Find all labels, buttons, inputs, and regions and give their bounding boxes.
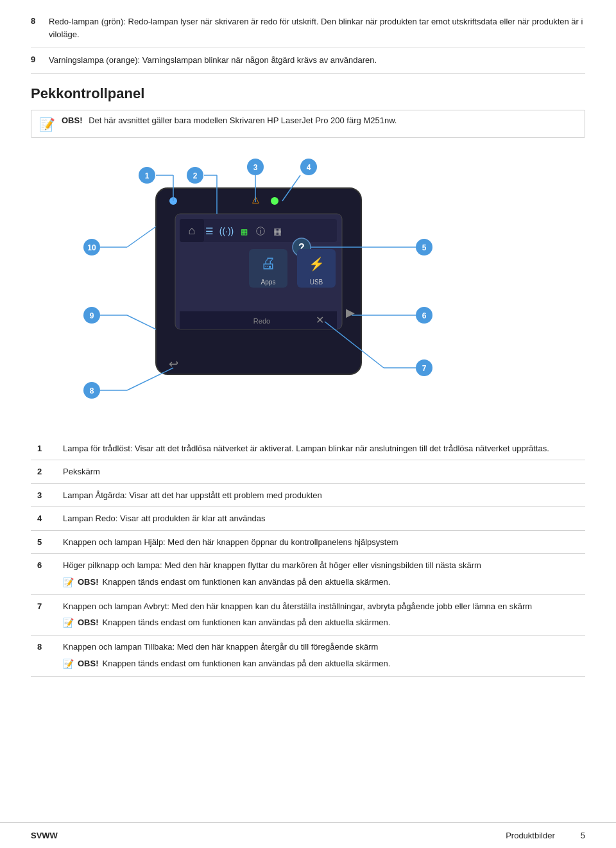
svg-rect-2 — [180, 219, 337, 242]
section-heading: Pekkontrollpanel — [31, 85, 585, 102]
description-table: 1Lampa för trådlöst: Visar att det trådl… — [31, 437, 585, 677]
svg-point-52 — [83, 382, 100, 399]
top-item-8-num: 8 — [31, 16, 49, 26]
svg-text:⌂: ⌂ — [189, 224, 196, 237]
row-desc: Pekskärm — [56, 460, 585, 484]
svg-text:Apps: Apps — [261, 279, 276, 286]
svg-text:✕: ✕ — [316, 315, 324, 325]
svg-rect-0 — [156, 188, 361, 374]
svg-text:9: 9 — [90, 311, 94, 320]
obs-label: OBS! — [62, 116, 83, 125]
diagram-svg: ⌂ ☰ ((·)) ▦ ⓘ ▦ ? 🖨 Apps ⚡ USB Redo ✕ △ — [31, 150, 585, 426]
obs-inline-text: Knappen tänds endast om funktionen kan a… — [103, 657, 391, 670]
obs-inline: 📝OBS!Knappen tänds endast om funktionen … — [63, 616, 579, 630]
svg-point-60 — [83, 239, 100, 255]
diagram-section: ⌂ ☰ ((·)) ▦ ⓘ ▦ ? 🖨 Apps ⚡ USB Redo ✕ △ — [31, 150, 585, 426]
top-item-9-desc: Varningslampa (orange): Varningslampan b… — [49, 54, 377, 67]
top-items: 8 Redo-lampan (grön): Redo-lampan lyser … — [31, 15, 585, 74]
obs-notice: 📝 OBS! Det här avsnittet gäller bara mod… — [31, 110, 585, 138]
row-desc: Knappen och lampan Tillbaka: Med den här… — [56, 636, 585, 677]
svg-text:Redo: Redo — [253, 317, 270, 325]
svg-text:△: △ — [252, 194, 259, 204]
svg-point-38 — [300, 159, 317, 175]
svg-rect-3 — [180, 219, 204, 242]
obs-inline-text: Knappen tänds endast om funktionen kan a… — [103, 616, 391, 629]
svg-text:6: 6 — [422, 311, 427, 320]
svg-point-35 — [247, 159, 264, 175]
page-footer: SVWW Produktbilder 5 — [0, 822, 616, 848]
obs-text: Det här avsnittet gäller bara modellen S… — [89, 116, 397, 125]
row-desc: Knappen och lampan Hjälp: Med den här kn… — [56, 530, 585, 554]
svg-text:▦: ▦ — [241, 227, 248, 236]
table-row: 3Lampan Åtgärda: Visar att det har uppst… — [31, 483, 585, 507]
top-item-9-num: 9 — [31, 55, 49, 64]
obs-inline-text: Knappen tänds endast om funktionen kan a… — [103, 576, 391, 589]
row-desc: Lampan Åtgärda: Visar att det har uppstå… — [56, 483, 585, 507]
top-item-9: 9 Varningslampa (orange): Varningslampan… — [31, 54, 585, 74]
svg-text:USB: USB — [310, 279, 323, 286]
row-num: 1 — [31, 437, 56, 460]
svg-line-37 — [282, 175, 300, 201]
svg-line-54 — [127, 315, 156, 329]
top-item-8-desc: Redo-lampan (grön): Redo-lampan lyser nä… — [49, 15, 585, 40]
row-desc: Knappen och lampan Avbryt: Med den här k… — [56, 594, 585, 636]
table-row: 5Knappen och lampan Hjälp: Med den här k… — [31, 530, 585, 554]
row-num: 3 — [31, 483, 56, 507]
svg-text:?: ? — [298, 242, 305, 253]
obs-inline-icon: 📝 — [63, 616, 74, 630]
svg-text:⚡: ⚡ — [309, 256, 325, 272]
svg-text:7: 7 — [422, 364, 427, 373]
obs-inline-icon: 📝 — [63, 576, 74, 589]
svg-point-32 — [187, 167, 203, 184]
table-row: 2Pekskärm — [31, 460, 585, 484]
obs-icon: 📝 — [39, 117, 55, 132]
row-num: 8 — [31, 636, 56, 677]
footer-center: Produktbilder — [506, 831, 555, 840]
obs-inline-icon: 📝 — [63, 657, 74, 671]
svg-point-23 — [271, 197, 278, 205]
svg-rect-18 — [180, 311, 337, 329]
row-num: 2 — [31, 460, 56, 484]
row-num: 4 — [31, 507, 56, 531]
svg-line-46 — [325, 322, 384, 368]
row-desc: Höger pilknapp och lampa: Med den här kn… — [56, 554, 585, 595]
svg-rect-15 — [297, 249, 336, 288]
svg-text:▶: ▶ — [346, 306, 355, 319]
obs-inline: 📝OBS!Knappen tänds endast om funktionen … — [63, 576, 579, 589]
svg-text:8: 8 — [90, 386, 94, 395]
svg-point-21 — [169, 197, 177, 205]
svg-rect-12 — [249, 249, 287, 288]
obs-inline: 📝OBS!Knappen tänds endast om funktionen … — [63, 657, 579, 671]
top-item-8: 8 Redo-lampan (grön): Redo-lampan lyser … — [31, 15, 585, 48]
svg-text:▦: ▦ — [273, 226, 282, 236]
row-num: 5 — [31, 530, 56, 554]
obs-inline-label: OBS! — [78, 657, 99, 670]
svg-point-56 — [83, 307, 100, 324]
svg-text:4: 4 — [307, 163, 311, 172]
svg-rect-1 — [175, 214, 342, 329]
page-container: 8 Redo-lampan (grön): Redo-lampan lyser … — [0, 0, 616, 848]
svg-text:↩: ↩ — [169, 358, 178, 370]
svg-point-28 — [139, 167, 155, 184]
footer-left: SVWW — [31, 831, 58, 840]
obs-inline-label: OBS! — [78, 616, 99, 629]
svg-text:3: 3 — [253, 163, 258, 172]
table-row: 7Knappen och lampan Avbryt: Med den här … — [31, 594, 585, 636]
svg-text:🖨: 🖨 — [261, 254, 276, 272]
svg-text:1: 1 — [145, 171, 150, 180]
svg-text:ⓘ: ⓘ — [256, 226, 265, 236]
footer-page: 5 — [581, 831, 585, 840]
svg-point-41 — [416, 239, 432, 255]
table-row: 8Knappen och lampan Tillbaka: Med den hä… — [31, 636, 585, 677]
row-num: 6 — [31, 554, 56, 595]
svg-point-48 — [416, 359, 432, 376]
svg-line-50 — [127, 368, 173, 390]
svg-text:2: 2 — [193, 171, 198, 180]
svg-text:☰: ☰ — [205, 226, 214, 236]
svg-text:10: 10 — [87, 243, 96, 252]
svg-text:((·)): ((·)) — [219, 226, 234, 236]
footer-right: Produktbilder 5 — [506, 831, 585, 840]
svg-point-10 — [293, 238, 311, 256]
table-row: 4Lampan Redo: Visar att produkten är kla… — [31, 507, 585, 531]
table-row: 1Lampa för trådlöst: Visar att det trådl… — [31, 437, 585, 460]
